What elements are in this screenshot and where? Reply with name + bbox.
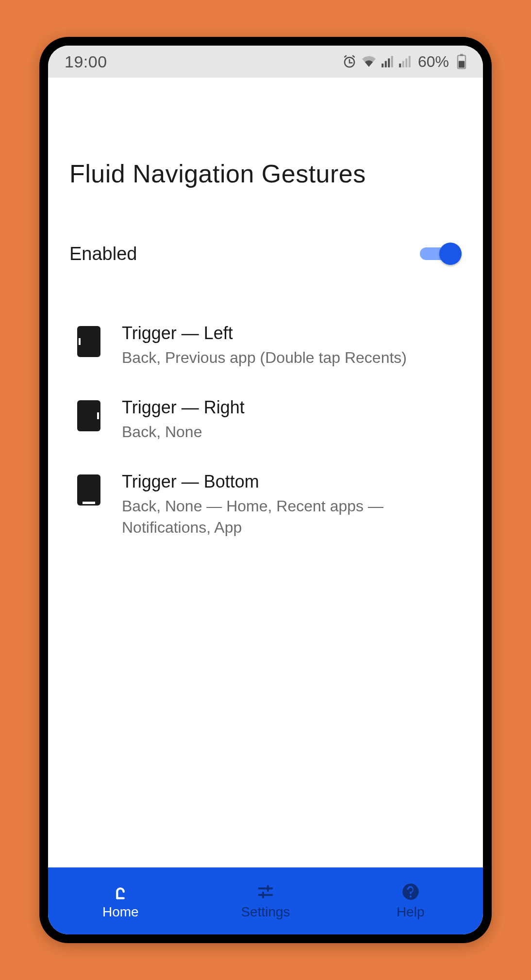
bottom-nav: Home Settings Help [48, 867, 483, 934]
nav-help[interactable]: Help [338, 867, 483, 934]
signal-icon [381, 55, 394, 68]
svg-rect-1 [460, 54, 463, 56]
nav-label: Help [397, 904, 425, 920]
wifi-icon [362, 55, 376, 68]
page-title: Fluid Navigation Gestures [69, 159, 462, 188]
trigger-left-icon [77, 326, 100, 357]
enabled-label: Enabled [69, 244, 137, 264]
battery-percentage: 60% [418, 53, 449, 71]
help-icon [401, 882, 420, 901]
alarm-icon [342, 54, 357, 69]
trigger-left-item[interactable]: Trigger — Left Back, Previous app (Doubl… [69, 309, 462, 383]
nav-home[interactable]: Home [48, 867, 193, 934]
trigger-list: Trigger — Left Back, Previous app (Doubl… [69, 309, 462, 553]
status-icons: 60% [342, 53, 466, 71]
trigger-right-item[interactable]: Trigger — Right Back, None [69, 383, 462, 457]
trigger-subtitle: Back, None [122, 422, 454, 442]
trigger-bottom-item[interactable]: Trigger — Bottom Back, None — Home, Rece… [69, 457, 462, 552]
trigger-subtitle: Back, Previous app (Double tap Recents) [122, 347, 454, 368]
battery-icon [457, 54, 466, 69]
home-icon [111, 882, 130, 901]
main-content: Fluid Navigation Gestures Enabled Trigge… [48, 78, 483, 867]
trigger-title: Trigger — Bottom [122, 472, 454, 492]
settings-sliders-icon [256, 882, 275, 901]
trigger-subtitle: Back, None — Home, Recent apps — Notific… [122, 496, 454, 538]
trigger-bottom-icon [77, 474, 100, 506]
status-time: 19:00 [65, 52, 107, 71]
nav-settings[interactable]: Settings [193, 867, 338, 934]
phone-frame: 19:00 60% Fluid Navigation Gestures Enab… [39, 37, 492, 943]
status-bar: 19:00 60% [48, 46, 483, 78]
enabled-switch[interactable] [420, 243, 462, 265]
trigger-title: Trigger — Right [122, 397, 454, 418]
trigger-title: Trigger — Left [122, 323, 454, 343]
trigger-right-icon [77, 400, 100, 431]
phone-screen: 19:00 60% Fluid Navigation Gestures Enab… [48, 46, 483, 934]
signal-secondary-icon [398, 55, 411, 68]
nav-label: Settings [241, 904, 290, 920]
svg-rect-2 [459, 61, 465, 67]
nav-label: Home [102, 904, 139, 920]
enabled-row[interactable]: Enabled [69, 243, 462, 265]
